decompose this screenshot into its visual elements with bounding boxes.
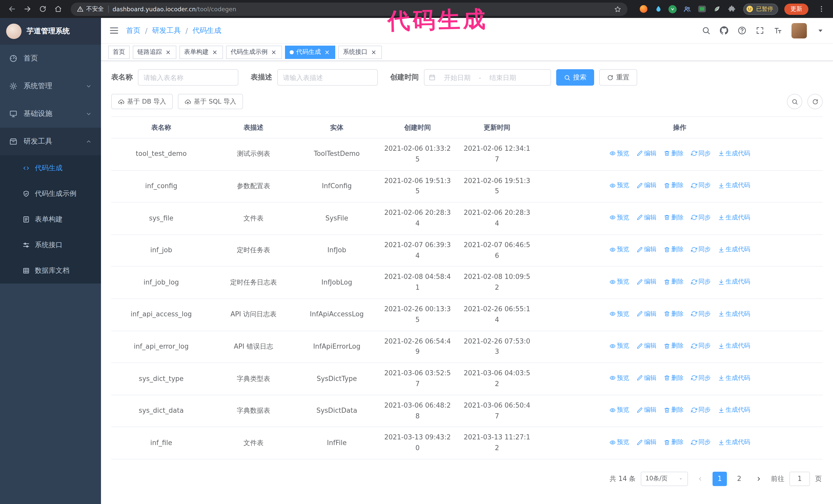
delete-action[interactable]: 删除 bbox=[664, 213, 684, 222]
ext-puzzle-icon[interactable] bbox=[727, 4, 736, 14]
back-icon[interactable] bbox=[5, 2, 19, 16]
edit-action[interactable]: 编辑 bbox=[636, 309, 657, 319]
edit-action[interactable]: 编辑 bbox=[636, 341, 657, 351]
toggle-search-button[interactable] bbox=[787, 94, 802, 109]
sidebar-item-home[interactable]: 首页 bbox=[0, 45, 101, 72]
delete-action[interactable]: 删除 bbox=[664, 373, 684, 383]
edit-action[interactable]: 编辑 bbox=[636, 181, 657, 190]
generate-code-action[interactable]: 生成代码 bbox=[718, 437, 750, 447]
generate-code-action[interactable]: 生成代码 bbox=[718, 405, 750, 415]
end-date-input[interactable] bbox=[483, 74, 522, 81]
edit-action[interactable]: 编辑 bbox=[636, 373, 657, 383]
collapse-menu-icon[interactable] bbox=[109, 26, 119, 35]
ext-leaf-icon[interactable] bbox=[712, 4, 721, 14]
generate-code-action[interactable]: 生成代码 bbox=[718, 373, 750, 383]
edit-action[interactable]: 编辑 bbox=[636, 405, 657, 415]
generate-code-action[interactable]: 生成代码 bbox=[718, 245, 750, 255]
sidebar-item-system[interactable]: 系统管理 bbox=[0, 72, 101, 100]
preview-action[interactable]: 预览 bbox=[609, 181, 629, 190]
font-size-icon[interactable] bbox=[774, 26, 782, 35]
reset-button[interactable]: 重置 bbox=[599, 69, 637, 86]
tag-form-builder[interactable]: 表单构建× bbox=[180, 45, 223, 59]
preview-action[interactable]: 预览 bbox=[609, 245, 629, 255]
delete-action[interactable]: 删除 bbox=[664, 277, 684, 287]
page-button-2[interactable]: 2 bbox=[732, 472, 746, 486]
tag-close-icon[interactable]: × bbox=[165, 48, 172, 56]
tag-home[interactable]: 首页 bbox=[108, 45, 130, 59]
browser-menu-icon[interactable] bbox=[814, 2, 828, 16]
table-name-input[interactable] bbox=[138, 69, 238, 86]
bookmark-star-icon[interactable] bbox=[614, 5, 621, 13]
preview-action[interactable]: 预览 bbox=[609, 437, 629, 447]
address-bar[interactable]: 不安全 dashboard.yudao.iocoder.cn/tool/code… bbox=[71, 2, 627, 16]
tag-codegen-example[interactable]: 代码生成示例× bbox=[226, 45, 282, 59]
reload-icon[interactable] bbox=[36, 2, 49, 16]
tag-close-icon[interactable]: × bbox=[370, 48, 377, 56]
ext-contacts-icon[interactable] bbox=[682, 4, 691, 14]
generate-code-action[interactable]: 生成代码 bbox=[718, 148, 750, 158]
start-date-input[interactable] bbox=[438, 74, 477, 81]
tag-close-icon[interactable]: × bbox=[270, 48, 277, 56]
user-avatar[interactable] bbox=[791, 23, 807, 38]
delete-action[interactable]: 删除 bbox=[664, 341, 684, 351]
search-icon[interactable] bbox=[702, 26, 711, 35]
update-button[interactable]: 更新 bbox=[784, 3, 808, 15]
sidebar-item-system-api[interactable]: 系统接口 bbox=[0, 232, 101, 258]
sidebar-item-form-builder[interactable]: 表单构建 bbox=[0, 207, 101, 232]
sync-action[interactable]: 同步 bbox=[691, 309, 711, 319]
sidebar-item-db-doc[interactable]: 数据库文档 bbox=[0, 258, 101, 284]
sidebar-item-codegen[interactable]: 代码生成 bbox=[0, 155, 101, 181]
tag-close-icon[interactable]: × bbox=[324, 48, 331, 56]
sync-action[interactable]: 同步 bbox=[691, 437, 711, 447]
next-page-button[interactable] bbox=[752, 472, 766, 486]
edit-action[interactable]: 编辑 bbox=[636, 148, 657, 158]
fullscreen-icon[interactable] bbox=[756, 26, 764, 35]
github-icon[interactable] bbox=[720, 26, 729, 35]
generate-code-action[interactable]: 生成代码 bbox=[718, 181, 750, 190]
sidebar-item-devtools[interactable]: 研发工具 bbox=[0, 128, 101, 155]
profile-chip[interactable]: 已暂停 bbox=[743, 3, 778, 15]
preview-action[interactable]: 预览 bbox=[609, 148, 629, 158]
tag-system-api[interactable]: 系统接口× bbox=[338, 45, 382, 59]
import-db-button[interactable]: 基于 DB 导入 bbox=[111, 94, 173, 109]
table-desc-input[interactable] bbox=[277, 69, 378, 86]
ext-v-icon[interactable] bbox=[668, 5, 677, 13]
tag-link-tracing[interactable]: 链路追踪× bbox=[133, 45, 176, 59]
sync-action[interactable]: 同步 bbox=[691, 341, 711, 351]
delete-action[interactable]: 删除 bbox=[664, 148, 684, 158]
edit-action[interactable]: 编辑 bbox=[636, 213, 657, 222]
preview-action[interactable]: 预览 bbox=[609, 373, 629, 383]
preview-action[interactable]: 预览 bbox=[609, 341, 629, 351]
edit-action[interactable]: 编辑 bbox=[636, 245, 657, 255]
ext-charge-icon[interactable] bbox=[697, 4, 706, 14]
prev-page-button[interactable] bbox=[693, 472, 708, 486]
sync-action[interactable]: 同步 bbox=[691, 277, 711, 287]
create-time-range-picker[interactable]: - bbox=[424, 69, 551, 86]
preview-action[interactable]: 预览 bbox=[609, 277, 629, 287]
generate-code-action[interactable]: 生成代码 bbox=[718, 213, 750, 222]
tag-codegen[interactable]: 代码生成× bbox=[285, 45, 335, 59]
security-warning[interactable]: 不安全 bbox=[77, 5, 104, 13]
sync-action[interactable]: 同步 bbox=[691, 213, 711, 222]
generate-code-action[interactable]: 生成代码 bbox=[718, 309, 750, 319]
preview-action[interactable]: 预览 bbox=[609, 309, 629, 319]
generate-code-action[interactable]: 生成代码 bbox=[718, 341, 750, 351]
ext-droplet-icon[interactable] bbox=[653, 4, 663, 14]
sidebar-item-codegen-example[interactable]: 代码生成示例 bbox=[0, 181, 101, 207]
generate-code-action[interactable]: 生成代码 bbox=[718, 277, 750, 287]
home-icon[interactable] bbox=[51, 2, 65, 16]
delete-action[interactable]: 删除 bbox=[664, 309, 684, 319]
breadcrumb-devtools[interactable]: 研发工具 bbox=[152, 26, 181, 35]
sync-action[interactable]: 同步 bbox=[691, 148, 711, 158]
ext-orange-icon[interactable] bbox=[639, 4, 648, 14]
sync-action[interactable]: 同步 bbox=[691, 181, 711, 190]
sync-action[interactable]: 同步 bbox=[691, 373, 711, 383]
import-sql-button[interactable]: 基于 SQL 导入 bbox=[178, 94, 243, 109]
delete-action[interactable]: 删除 bbox=[664, 437, 684, 447]
help-icon[interactable] bbox=[738, 26, 746, 35]
sync-action[interactable]: 同步 bbox=[691, 405, 711, 415]
edit-action[interactable]: 编辑 bbox=[636, 437, 657, 447]
delete-action[interactable]: 删除 bbox=[664, 181, 684, 190]
delete-action[interactable]: 删除 bbox=[664, 405, 684, 415]
refresh-table-button[interactable] bbox=[807, 94, 823, 109]
